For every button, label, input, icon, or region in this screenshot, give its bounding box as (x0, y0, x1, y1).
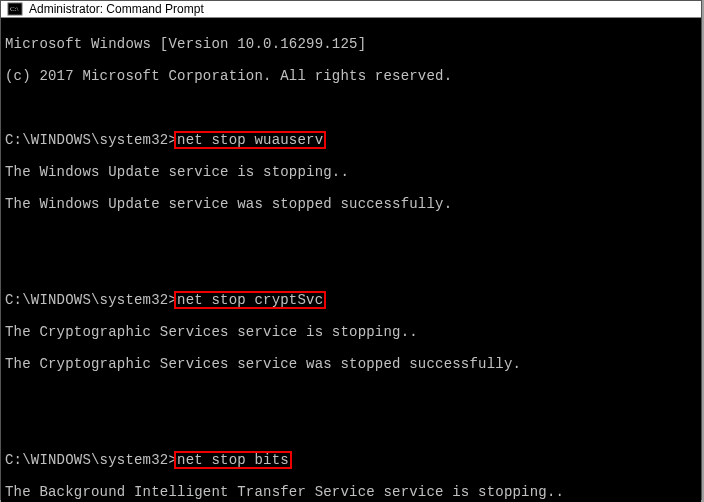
cmd-icon: C:\ (7, 1, 23, 17)
cmd-line: C:\WINDOWS\system32>net stop bits (5, 452, 697, 468)
cmd-line: C:\WINDOWS\system32>net stop wuauserv (5, 132, 697, 148)
command-highlight: net stop wuauserv (175, 132, 325, 148)
blank-line (5, 388, 697, 404)
header-line: Microsoft Windows [Version 10.0.16299.12… (5, 36, 697, 52)
cmd-line: C:\WINDOWS\system32>net stop cryptSvc (5, 292, 697, 308)
output-line: The Windows Update service is stopping.. (5, 164, 697, 180)
blank-line (5, 420, 697, 436)
output-line: The Background Intelligent Transfer Serv… (5, 484, 697, 500)
output-line: The Cryptographic Services service was s… (5, 356, 697, 372)
blank-line (5, 260, 697, 276)
svg-text:C:\: C:\ (10, 5, 19, 13)
command-prompt-window: C:\ Administrator: Command Prompt Micros… (0, 0, 702, 500)
prompt: C:\WINDOWS\system32> (5, 132, 177, 148)
blank-line (5, 228, 697, 244)
prompt: C:\WINDOWS\system32> (5, 452, 177, 468)
prompt: C:\WINDOWS\system32> (5, 292, 177, 308)
command-highlight: net stop cryptSvc (175, 292, 325, 308)
output-line: The Windows Update service was stopped s… (5, 196, 697, 212)
titlebar[interactable]: C:\ Administrator: Command Prompt (1, 1, 701, 18)
blank-line (5, 100, 697, 116)
terminal-area[interactable]: Microsoft Windows [Version 10.0.16299.12… (1, 18, 701, 502)
command-highlight: net stop bits (175, 452, 291, 468)
header-line: (c) 2017 Microsoft Corporation. All righ… (5, 68, 697, 84)
output-line: The Cryptographic Services service is st… (5, 324, 697, 340)
window-title: Administrator: Command Prompt (29, 2, 204, 16)
